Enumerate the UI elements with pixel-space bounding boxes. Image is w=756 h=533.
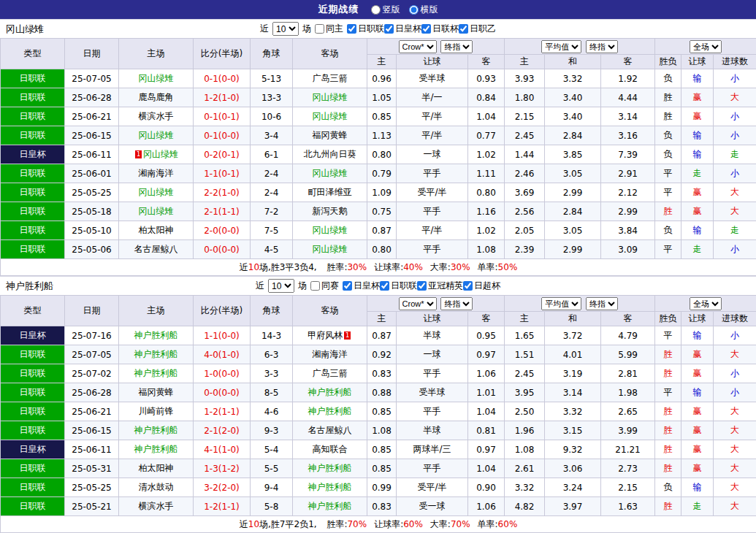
summary-stat-value: 50% — [498, 262, 518, 272]
match-score: 4-0(1-0) — [194, 345, 251, 364]
league-filter[interactable]: 日职联 — [347, 23, 384, 35]
match-count-select[interactable]: 10 — [268, 279, 294, 293]
goals-result-cell: 小 — [714, 126, 756, 145]
match-score: 0-2(0-1) — [194, 145, 251, 164]
odds-time-select[interactable]: 终指 — [440, 297, 473, 310]
avg-away: 7.39 — [601, 145, 655, 164]
league-checkbox[interactable] — [347, 24, 356, 34]
layout-option[interactable]: 竖版 — [371, 4, 400, 16]
summary-record: 场,胜3平3负4, — [259, 262, 319, 272]
league-type-cell: 日职联 — [1, 221, 65, 240]
match-score: 1-2(1-1) — [194, 402, 251, 421]
match-date: 25-06-15 — [65, 421, 119, 440]
goals-result-cell: 大 — [714, 345, 756, 364]
red-card-badge: 1 — [135, 150, 142, 158]
avg-select[interactable]: 平均值 — [541, 40, 581, 53]
league-type-cell: 日职联 — [1, 383, 65, 402]
avg-select[interactable]: 平均值 — [541, 297, 581, 310]
odds-handicap: 平手 — [397, 240, 468, 259]
match-date: 25-05-18 — [65, 202, 119, 221]
goals-result-cell: 小 — [714, 69, 756, 88]
avg-time-select[interactable]: 终指 — [586, 297, 618, 310]
home-team-cell: 冈山绿雉 — [119, 69, 194, 88]
scope-select[interactable]: 全场 — [690, 297, 722, 310]
avg-odds-header: 平均值 终指 — [505, 39, 655, 55]
section-filter-bar: 神户胜利船 近 10 场 同赛 日皇杯日职联亚冠精英日超杯 — [0, 276, 756, 295]
home-team-cell: 柏太阳神 — [119, 221, 194, 240]
match-rows: 日职联25-07-05冈山绿雉0-1(0-0)5-13广岛三箭0.96受半球0.… — [1, 69, 756, 259]
league-checkbox[interactable] — [463, 281, 473, 291]
goals-result-cell: 小 — [714, 383, 756, 402]
odds-company-select[interactable]: Crow* — [399, 297, 437, 310]
same-checkbox[interactable] — [315, 24, 324, 34]
league-filter[interactable]: 日超杯 — [463, 280, 500, 292]
league-checkbox[interactable] — [384, 24, 394, 34]
corner-count: 6-3 — [251, 345, 293, 364]
match-score: 1-3(1-2) — [194, 459, 251, 478]
league-checkbox[interactable] — [417, 281, 427, 291]
same-filter[interactable]: 同赛 — [310, 280, 339, 292]
avg-home: 1.44 — [505, 145, 545, 164]
same-filter[interactable]: 同主 — [315, 23, 343, 35]
avg-draw: 2.84 — [545, 126, 601, 145]
layout-radio[interactable] — [409, 5, 419, 15]
match-row: 日职联25-06-01湘南海洋1-1(0-1)2-4冈山绿雉0.79平手1.11… — [1, 164, 756, 183]
summary-stat-label: 让球率: — [374, 519, 403, 529]
avg-away: 4.44 — [601, 88, 655, 107]
odds-handicap: 半/一 — [397, 88, 468, 107]
col-avg-home: 主 — [505, 55, 545, 69]
league-checkbox[interactable] — [459, 24, 468, 34]
league-type-cell: 日职联 — [1, 164, 65, 183]
match-date: 25-05-25 — [65, 183, 119, 202]
avg-away: 2.73 — [601, 459, 655, 478]
avg-draw: 3.06 — [545, 459, 601, 478]
scope-select[interactable]: 全场 — [690, 40, 722, 53]
league-type-cell: 日职联 — [1, 126, 65, 145]
layout-option[interactable]: 横版 — [409, 4, 438, 16]
col-away: 客场 — [293, 296, 367, 326]
avg-time-select[interactable]: 终指 — [586, 40, 618, 53]
home-team-cell: 鹿岛鹿角 — [119, 88, 194, 107]
layout-radio[interactable] — [371, 5, 381, 15]
odds-handicap: 平手 — [397, 459, 468, 478]
away-team-cell: 广岛三箭 — [293, 69, 367, 88]
odds-away: 0.84 — [468, 88, 505, 107]
summary-row: 近10场,胜3平3负4, 胜率:30%让球率:40%大率:30%单率:50% — [1, 259, 756, 276]
col-avg-away: 客 — [601, 312, 655, 326]
odds-handicap: 平手 — [397, 164, 468, 183]
team-name: 名古屋鲸八 — [308, 425, 352, 435]
result-cell: 胜 — [655, 421, 681, 440]
avg-home: 2.46 — [505, 164, 545, 183]
league-checkbox[interactable] — [380, 281, 389, 291]
odds-handicap: 平手 — [397, 402, 468, 421]
league-filter[interactable]: 日皇杯 — [384, 23, 421, 35]
corner-count: 3-3 — [251, 364, 293, 383]
corner-count: 4-6 — [251, 402, 293, 421]
odds-company-select[interactable]: Crow* — [399, 40, 437, 53]
team-name: 神户胜利船 — [308, 387, 352, 397]
col-home: 主场 — [119, 296, 194, 326]
league-filter[interactable]: 日职联 — [380, 280, 417, 292]
goals-result-cell: 走 — [714, 145, 756, 164]
col-score: 比分(半场) — [194, 296, 251, 326]
match-count-select[interactable]: 10 — [272, 22, 299, 36]
team-name: 神户胜利船 — [134, 368, 178, 378]
league-filter[interactable]: 日联杯 — [421, 23, 459, 35]
avg-home: 3.93 — [505, 69, 545, 88]
handicap-result-cell: 输 — [681, 478, 714, 497]
match-date: 25-06-11 — [65, 440, 119, 459]
col-corner: 角球 — [251, 39, 293, 69]
odds-time-select[interactable]: 终指 — [440, 40, 473, 53]
league-filter[interactable]: 亚冠精英 — [417, 280, 463, 292]
same-checkbox[interactable] — [310, 281, 320, 291]
league-filter[interactable]: 日职乙 — [459, 23, 496, 35]
league-checkbox[interactable] — [343, 281, 352, 291]
avg-home: 2.05 — [505, 221, 545, 240]
league-checkbox[interactable] — [421, 24, 431, 34]
league-filter[interactable]: 日皇杯 — [343, 280, 380, 292]
red-card-badge: 1 — [344, 331, 351, 340]
col-handicap-result: 让球 — [681, 312, 714, 326]
summary-stat-label: 胜率: — [327, 519, 347, 529]
match-date: 25-07-02 — [65, 364, 119, 383]
odds-handicap: 受平/半 — [397, 183, 468, 202]
